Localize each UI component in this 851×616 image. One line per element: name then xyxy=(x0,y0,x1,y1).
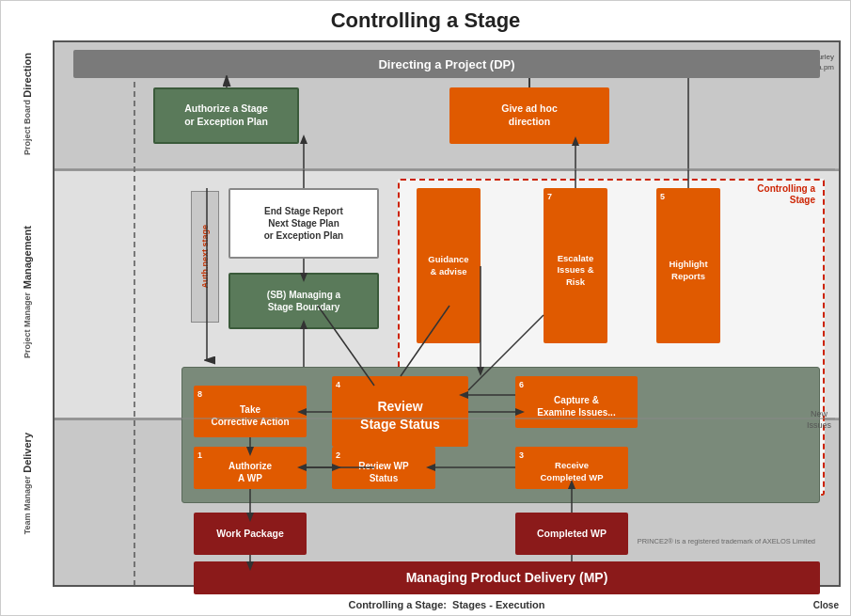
completed-wp-box: Completed WP xyxy=(515,513,628,555)
diagram-area: ⒸⓂ by Frank Turley mplaza.pm Directing a… xyxy=(53,40,841,587)
auth-next-stage-label: Auth.next stage xyxy=(191,191,219,323)
copyright-text: PRINCE2® is a registered trademark of AX… xyxy=(638,537,815,545)
capture-badge: 6 xyxy=(519,380,524,391)
page-title: Controlling a Stage xyxy=(1,1,850,37)
take-corrective-box: 8 Take Corrective Action xyxy=(194,386,307,437)
guidance-advise-box: Guidance & advise xyxy=(417,188,481,343)
highlight-reports-box: 5 Highlight Reports xyxy=(656,188,720,343)
end-stage-report-box: End Stage Report Next Stage Plan or Exce… xyxy=(229,188,379,259)
close-label[interactable]: Close xyxy=(813,600,839,610)
bottom-text: Controlling a Stage: Stages - Execution xyxy=(53,599,841,610)
managing-delivery-box: Managing Product Delivery (MP) xyxy=(194,561,820,594)
authorize-wp-badge: 1 xyxy=(197,450,202,462)
receive-badge: 3 xyxy=(519,450,524,462)
capture-examine-box: 6 Capture & Examine Issues... xyxy=(515,376,638,428)
divider-1 xyxy=(55,169,839,171)
highlight-badge: 5 xyxy=(660,192,665,203)
controlling-label: Controlling a Stage xyxy=(757,183,815,206)
new-issues-text: New Issues xyxy=(807,409,831,431)
dp-bar: Directing a Project (DP) xyxy=(73,50,820,78)
label-management: Management Project Manager xyxy=(1,167,53,417)
review-stage-box: 4 Review Stage Status xyxy=(332,376,468,447)
label-direction: Direction Project Board xyxy=(1,40,53,167)
review-wp-badge: 2 xyxy=(336,450,340,462)
escalate-badge: 7 xyxy=(547,192,552,203)
work-package-box: Work Package xyxy=(194,513,307,555)
main-container: Controlling a Stage Direction Project Bo… xyxy=(0,0,851,616)
authorize-wp-box: 1 Authorize A WP xyxy=(194,447,307,489)
receive-completed-box: 3 Receive Completed WP xyxy=(515,447,628,489)
label-delivery: Delivery Team Manager xyxy=(1,417,53,551)
sb-managing-box: (SB) Managing a Stage Boundary xyxy=(229,273,379,329)
give-adhoc-box: Give ad hoc direction xyxy=(449,87,609,144)
authorize-stage-box: Authorize a Stage or Exception Plan xyxy=(153,87,299,144)
review-stage-badge: 4 xyxy=(336,380,340,391)
review-wp-box: 2 Review WP Status xyxy=(332,447,435,489)
corrective-badge: 8 xyxy=(197,389,202,401)
escalate-issues-box: 7 Escalate Issues & Risk xyxy=(544,188,607,343)
